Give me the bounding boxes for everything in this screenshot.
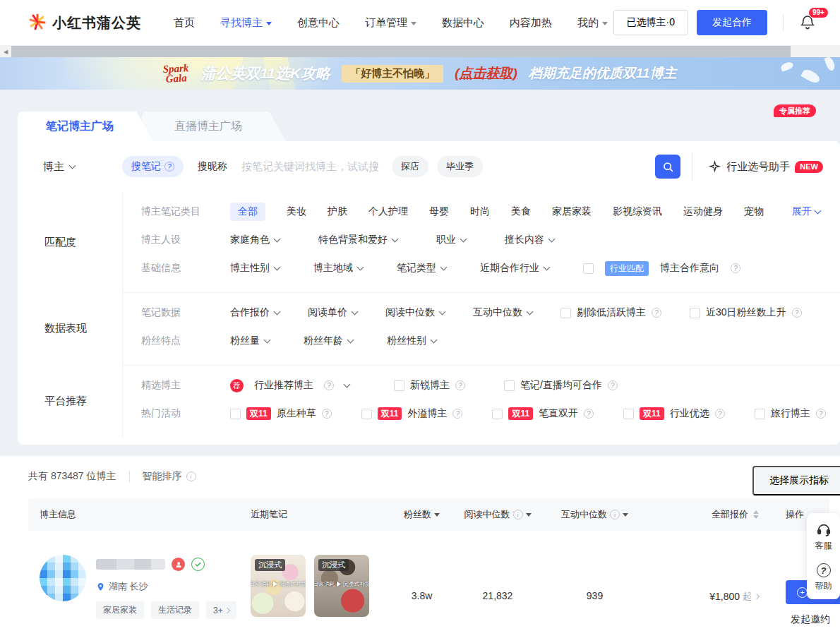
category-option[interactable]: 运动健身 [683,205,723,218]
nav-item-find-blogger[interactable]: 寻找博主 [220,16,272,30]
sort-down-icon[interactable] [434,513,440,517]
notification-bell-icon[interactable]: 99+ [799,13,817,32]
checkbox-travel-blogger[interactable]: 旅行博主 [755,407,826,420]
category-option-all[interactable]: 全部 [230,203,265,221]
help-button[interactable]: 帮助 [815,563,832,592]
question-circle-icon[interactable] [164,162,174,172]
dropdown-fans-count[interactable]: 粉丝量 [230,335,270,347]
category-option[interactable]: 时尚 [470,205,490,218]
dropdown-fans-gender[interactable]: 粉丝性别 [387,335,436,347]
horizontal-scrollbar[interactable]: ◀ [0,45,840,57]
category-option[interactable]: 影视综资讯 [613,205,662,218]
checkbox-box[interactable] [504,380,515,391]
tab-live-blogger-plaza[interactable]: 直播博主广场 [142,112,286,141]
scrollbar-left-arrow-icon[interactable]: ◀ [0,46,11,57]
category-option[interactable]: 母婴 [429,205,449,218]
search-mode-note[interactable]: 搜笔记 [122,156,184,177]
nav-item-mine[interactable]: 我的 [577,16,608,30]
blogger-tags-more[interactable]: 3+ [206,601,236,619]
question-circle-icon[interactable] [652,308,661,318]
search-input[interactable]: 按笔记关键词找博主，试试搜 [241,160,379,174]
dropdown-occupation[interactable]: 职业 [436,234,466,246]
blurred-username[interactable] [96,559,165,570]
checkbox-d11-note-live-dual[interactable]: 双11 笔直双开 [492,407,594,420]
checkbox-box[interactable] [560,308,571,318]
search-button[interactable] [655,155,680,179]
sort-toggle-icon[interactable] [753,510,759,519]
info-circle-icon[interactable] [186,471,196,481]
category-option[interactable]: 家居家装 [552,205,592,218]
info-circle-icon[interactable] [610,510,620,519]
industry-picker-assistant[interactable]: 行业选号助手 NEW [692,160,823,174]
checkbox-d11-industry-select[interactable]: 双11 行业优选 [623,407,725,420]
question-circle-icon[interactable] [584,409,594,419]
scrollbar-track[interactable] [11,46,840,57]
checkbox-new-sharp-blogger[interactable]: 新锐博主 [394,379,465,392]
dropdown-read-median[interactable]: 阅读中位数 [385,306,445,319]
column-fans-sort[interactable]: 粉丝数 [404,508,440,521]
nav-item-home[interactable]: 首页 [174,16,195,30]
dropdown-industry-recommended[interactable]: 荐 行业推荐博主 [230,379,355,392]
category-option[interactable]: 个人护理 [368,205,408,218]
tab-note-blogger-plaza[interactable]: 笔记博主广场 [18,112,153,141]
category-option[interactable]: 美食 [511,205,531,218]
checkbox-box[interactable] [690,308,700,318]
expand-categories-toggle[interactable]: 展开 [792,205,820,218]
checkbox-fans-rising-30d[interactable]: 近30日粉丝数上升 [690,306,802,319]
selected-bloggers-button[interactable]: 已选博主·0 [613,10,688,35]
question-circle-icon[interactable] [792,308,802,318]
blogger-tag[interactable]: 生活记录 [151,601,199,619]
checkbox-note-live-both[interactable]: 笔记/直播均可合作 [504,379,618,392]
info-circle-icon[interactable] [513,510,523,519]
nav-item-content-heating[interactable]: 内容加热 [510,16,552,30]
note-thumbnail[interactable]: 沉浸式 日常消耗 沉浸式补货 [251,555,306,617]
hot-search-tag[interactable]: 探店 [392,156,428,177]
checkbox-d11-native-seeding[interactable]: 双11 原生种草 [230,407,332,420]
dropdown-interact-median[interactable]: 互动中位数 [473,306,532,319]
checkbox-industry-match-intent[interactable]: 行业匹配 博主合作意向 [583,261,746,276]
sort-down-icon[interactable] [526,513,532,517]
dropdown-family-role[interactable]: 家庭角色 [230,234,280,246]
hot-search-tag[interactable]: 毕业季 [437,156,483,177]
banner-cta[interactable]: (点击获取) [455,64,517,83]
checkbox-box[interactable] [394,380,404,391]
select-display-metrics-button[interactable]: 选择展示指标 [752,466,840,495]
nav-item-creative-center[interactable]: 创意中心 [297,16,340,30]
question-circle-icon[interactable] [715,409,725,419]
send-invite-link[interactable]: 发起邀约 [786,613,829,626]
nav-item-order-management[interactable]: 订单管理 [365,16,416,30]
search-mode-nickname[interactable]: 搜昵称 [198,160,227,173]
dropdown-blogger-gender[interactable]: 博主性别 [230,262,280,275]
blogger-avatar-blurred[interactable] [40,555,86,601]
start-collaboration-button[interactable]: 发起合作 [697,10,767,35]
dropdown-read-unit-price[interactable]: 阅读单价 [308,306,357,319]
column-price-sort[interactable]: 全部报价 [712,508,759,521]
dropdown-blogger-region[interactable]: 博主地域 [313,262,363,275]
column-read-median-sort[interactable]: 阅读中位数 [464,508,532,521]
question-circle-icon[interactable] [816,409,826,419]
sort-down-icon[interactable] [623,513,628,517]
scrollbar-thumb[interactable] [11,46,791,57]
dropdown-recent-industry[interactable]: 近期合作行业 [480,262,549,275]
checkbox-box[interactable] [623,409,634,419]
app-logo[interactable]: 小红书蒲公英 [28,13,141,33]
category-option[interactable]: 美妆 [287,205,306,218]
checkbox-box[interactable] [755,409,765,419]
dropdown-collab-price[interactable]: 合作报价 [230,306,280,319]
search-scope-dropdown[interactable]: 博主 [43,160,122,174]
checkbox-box[interactable] [492,409,503,419]
category-option[interactable]: 护肤 [328,205,347,218]
checkbox-box[interactable] [361,409,372,419]
question-circle-icon[interactable] [322,409,332,419]
question-circle-icon[interactable] [731,263,740,273]
dropdown-content-specialty[interactable]: 擅长内容 [505,234,554,246]
column-interact-median-sort[interactable]: 互动中位数 [561,508,628,521]
price-value[interactable]: ¥1,800 起 [646,590,759,603]
blogger-tag[interactable]: 家居家装 [96,601,144,619]
dropdown-background-hobby[interactable]: 特色背景和爱好 [318,234,397,246]
promo-banner[interactable]: Spark Gala 蒲公英双11选K攻略 「好博主不怕晚」 (点击获取) 档期… [0,57,840,90]
customer-service-button[interactable]: 客服 [815,522,832,552]
question-circle-icon[interactable] [324,380,334,390]
question-circle-icon[interactable] [608,380,618,390]
checkbox-remove-low-active[interactable]: 剔除低活跃博主 [560,306,661,319]
